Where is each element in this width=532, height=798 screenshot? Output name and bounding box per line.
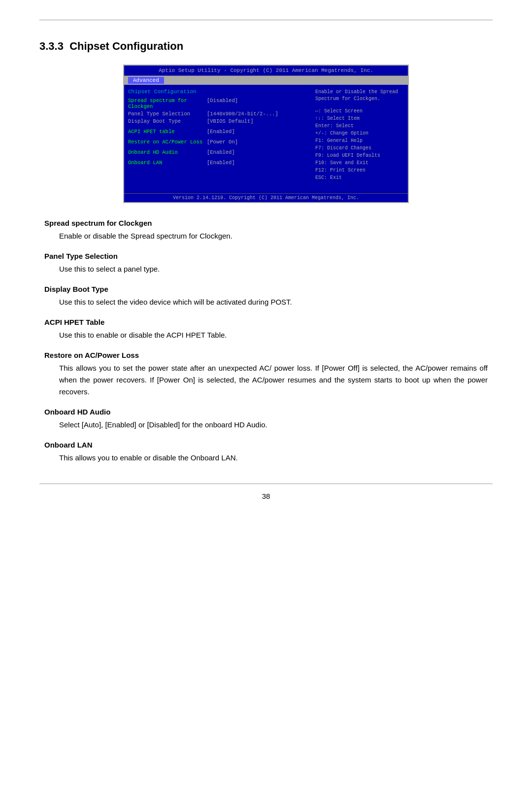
doc-item-desc: Use this to select a panel type. — [59, 263, 488, 275]
bios-item-value: [Power On] — [207, 139, 238, 145]
doc-item-onboard-hd-audio: Onboard HD AudioSelect [Auto], [Enabled]… — [44, 408, 488, 431]
section-title: 3.3.3 Chipset Configuration — [39, 40, 493, 53]
bios-help-line: +/-: Change Option — [315, 130, 404, 137]
bios-help-line: F10: Save and Exit — [315, 159, 404, 167]
bios-item: Onboard LAN[Enabled] — [128, 160, 311, 166]
bios-item-label: Spread spectrum for Clockgen — [128, 98, 207, 109]
doc-item-restore-ac: Restore on AC/Power LossThis allows you … — [44, 351, 488, 398]
bios-screenshot: Aptio Setup Utility - Copyright (C) 2011… — [123, 65, 409, 203]
bios-item: Display Boot Type[VBIOS Default] — [128, 118, 311, 124]
bios-help-lines: ↔: Select Screen↑↓: Select ItemEnter: Se… — [315, 107, 404, 181]
doc-item-onboard-lan: Onboard LANThis allows you to enable or … — [44, 441, 488, 464]
doc-item-title: Panel Type Selection — [44, 252, 488, 260]
bios-item-value: [Disabled] — [207, 98, 238, 109]
bios-item-value: [Enabled] — [207, 160, 235, 166]
bios-footer: Version 2.14.1219. Copyright (C) 2011 Am… — [124, 193, 408, 202]
doc-item-panel-type: Panel Type SelectionUse this to select a… — [44, 252, 488, 275]
bios-item-value: [Enabled] — [207, 129, 235, 135]
bios-item: Restore on AC/Power Loss[Power On] — [128, 139, 311, 145]
top-divider — [39, 20, 493, 20]
bios-left-panel: Chipset Configuration Spread spectrum fo… — [128, 89, 311, 189]
bios-item-label: Onboard HD Audio — [128, 149, 207, 155]
bios-item: Onboard HD Audio[Enabled] — [128, 149, 311, 155]
bios-help-line: ↑↓: Select Item — [315, 115, 404, 122]
doc-item-title: Onboard HD Audio — [44, 408, 488, 416]
doc-item-desc: This allows you to enable or disable the… — [59, 452, 488, 464]
bios-section-header: Chipset Configuration — [128, 89, 311, 95]
doc-item-desc: This allows you to set the power state a… — [59, 362, 488, 398]
bottom-divider — [39, 484, 493, 484]
bios-right-panel: Enable or Disable the Spread Spectrum fo… — [315, 89, 404, 189]
doc-content: Spread spectrum for ClockgenEnable or di… — [39, 219, 493, 464]
bios-tab-bar: Advanced — [124, 76, 408, 85]
bios-body: Chipset Configuration Spread spectrum fo… — [124, 85, 408, 193]
doc-item-desc: Enable or disable the Spread spectrum fo… — [59, 230, 488, 242]
bios-item-label: Onboard LAN — [128, 160, 207, 166]
bios-help-line: F7: Discard Changes — [315, 144, 404, 152]
doc-item-desc: Use this to select the video device whic… — [59, 296, 488, 308]
bios-item-label: Restore on AC/Power Loss — [128, 139, 207, 145]
bios-item-value: [VBIOS Default] — [207, 118, 254, 124]
doc-item-acpi-hpet: ACPI HPET TableUse this to enable or dis… — [44, 318, 488, 341]
page-number: 38 — [39, 492, 493, 500]
bios-title-bar: Aptio Setup Utility - Copyright (C) 2011… — [124, 66, 408, 76]
bios-item-label: Display Boot Type — [128, 118, 207, 124]
doc-item-title: Spread spectrum for Clockgen — [44, 219, 488, 227]
bios-help-line: ESC: Exit — [315, 174, 404, 181]
doc-item-title: Restore on AC/Power Loss — [44, 351, 488, 359]
doc-item-display-boot: Display Boot TypeUse this to select the … — [44, 285, 488, 308]
bios-help-text: Enable or Disable the Spread Spectrum fo… — [315, 89, 404, 103]
doc-item-title: Display Boot Type — [44, 285, 488, 293]
bios-help-line: F9: Load UEFI Defaults — [315, 152, 404, 159]
doc-item-desc: Select [Auto], [Enabled] or [Disabled] f… — [59, 419, 488, 431]
doc-item-title: ACPI HPET Table — [44, 318, 488, 326]
bios-item: ACPI HPET table[Enabled] — [128, 129, 311, 135]
bios-tab-advanced: Advanced — [128, 77, 164, 84]
doc-item-desc: Use this to enable or disable the ACPI H… — [59, 329, 488, 341]
bios-item-value: [1440x900/24-bit/2-...] — [207, 111, 278, 117]
bios-item-label: Panel Type Selection — [128, 111, 207, 117]
doc-item-title: Onboard LAN — [44, 441, 488, 449]
bios-items: Spread spectrum for Clockgen[Disabled]Pa… — [128, 98, 311, 166]
doc-item-spread-spectrum: Spread spectrum for ClockgenEnable or di… — [44, 219, 488, 242]
bios-help-line: Enter: Select — [315, 122, 404, 130]
bios-item-label: ACPI HPET table — [128, 129, 207, 135]
bios-item: Spread spectrum for Clockgen[Disabled] — [128, 98, 311, 109]
bios-help-line: F12: Print Screen — [315, 167, 404, 174]
bios-item: Panel Type Selection[1440x900/24-bit/2-.… — [128, 111, 311, 117]
doc-items-container: Spread spectrum for ClockgenEnable or di… — [44, 219, 488, 464]
bios-help-line: F1: General Help — [315, 137, 404, 144]
bios-help-line: ↔: Select Screen — [315, 107, 404, 115]
bios-item-value: [Enabled] — [207, 149, 235, 155]
